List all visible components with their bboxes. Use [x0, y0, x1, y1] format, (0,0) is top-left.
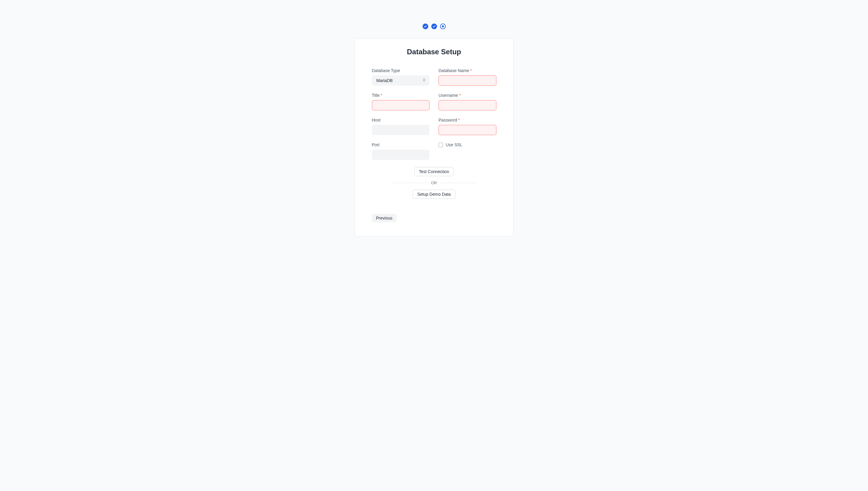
previous-button[interactable]: Previous — [372, 214, 397, 222]
stepper — [281, 24, 587, 29]
db-type-select[interactable]: MariaDB — [372, 76, 430, 86]
host-label: Host — [372, 118, 430, 122]
setup-card: Database Setup Database Type MariaDB — [355, 38, 514, 236]
username-input[interactable] — [438, 100, 496, 110]
setup-demo-button[interactable]: Setup Demo Data — [412, 190, 455, 199]
step-2-done-icon — [431, 24, 437, 29]
db-name-input[interactable] — [438, 76, 496, 86]
password-input[interactable] — [438, 125, 496, 135]
ssl-checkbox[interactable] — [438, 143, 443, 147]
page-title: Database Setup — [372, 48, 496, 56]
port-input[interactable] — [372, 150, 430, 160]
title-input[interactable] — [372, 100, 430, 110]
host-input[interactable] — [372, 125, 430, 135]
ssl-label: Use SSL — [446, 142, 462, 147]
step-1-done-icon — [423, 24, 428, 29]
port-label: Port — [372, 142, 430, 147]
title-label: Title * — [372, 93, 430, 98]
test-connection-button[interactable]: Test Connection — [414, 167, 454, 176]
db-type-label: Database Type — [372, 68, 430, 73]
password-label: Password * — [438, 118, 496, 122]
db-name-label: Database Name * — [438, 68, 496, 73]
divider: OR — [391, 181, 477, 185]
username-label: Username * — [438, 93, 496, 98]
step-3-current-icon — [440, 24, 446, 29]
